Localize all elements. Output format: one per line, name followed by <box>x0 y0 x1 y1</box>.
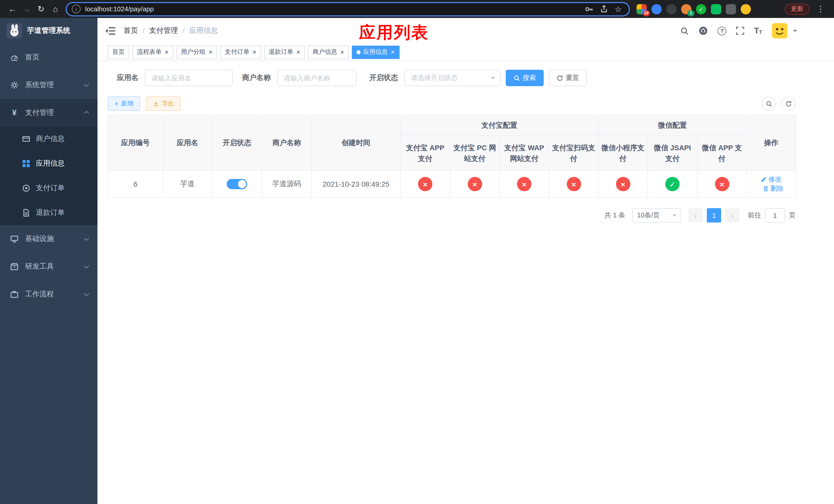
github-icon[interactable] <box>699 26 708 36</box>
sidebar-menu: 首页 系统管理 ¥ 支付管理 商户信息 <box>0 44 97 308</box>
reset-button[interactable]: 重置 <box>549 70 587 86</box>
tab-close-icon[interactable]: × <box>340 49 344 55</box>
tab-close-icon[interactable]: × <box>164 49 169 55</box>
logo-row[interactable]: 芋道管理系统 <box>0 18 97 44</box>
hamburger-icon[interactable] <box>105 26 115 35</box>
delete-link[interactable]: 删除 <box>763 184 784 193</box>
col-header-wechat-jsapi: 微信 JSAPI 支付 <box>648 136 697 170</box>
chevron-down-icon <box>84 263 89 269</box>
profile-avatar-icon[interactable] <box>741 4 751 14</box>
extension-icon[interactable]: ✓ <box>696 4 706 14</box>
key-icon[interactable] <box>585 5 593 13</box>
toggle-search-button[interactable] <box>762 96 776 111</box>
sidebar-item-payment-orders[interactable]: 支付订单 <box>0 176 97 201</box>
browser-menu-icon[interactable]: ⋮ <box>813 2 828 16</box>
status-cross-icon: × <box>616 177 630 191</box>
info-icon[interactable]: i <box>72 5 81 13</box>
col-header-alipay-pc: 支付宝 PC 网站支付 <box>450 136 499 170</box>
forward-icon[interactable]: → <box>20 2 34 16</box>
tab-close-icon[interactable]: × <box>391 49 395 55</box>
plus-icon: + <box>114 100 118 107</box>
merchant-name-input[interactable] <box>277 70 356 86</box>
cell-alipay-pc: × <box>450 170 499 198</box>
tab-app-info[interactable]: 应用信息× <box>352 45 399 59</box>
url-text[interactable]: localhost:1024/pay/app <box>85 5 154 13</box>
yen-icon: ¥ <box>10 109 19 117</box>
browser-toolbar: ← → ↻ ⌂ i localhost:1024/pay/app ☆ 10 1 … <box>0 0 834 18</box>
extension-icon[interactable]: 1 <box>681 4 692 14</box>
refresh-button[interactable] <box>781 96 795 111</box>
tab-process-form[interactable]: 流程表单× <box>132 45 173 59</box>
tab-close-icon[interactable]: × <box>253 49 256 55</box>
page-size-select[interactable]: 10条/页 <box>632 208 681 223</box>
tab-user-group[interactable]: 用户分组× <box>176 45 217 59</box>
bookmark-star-icon[interactable]: ☆ <box>615 5 622 13</box>
search-form: 应用名 商户名称 开启状态 请选择开启状态 搜索 重置 <box>97 70 834 86</box>
breadcrumb-current: 应用信息 <box>189 26 218 36</box>
breadcrumb-home[interactable]: 首页 <box>124 26 138 36</box>
sidebar-item-infrastructure[interactable]: 基础设施 <box>0 225 97 253</box>
sidebar-item-merchant-info[interactable]: 商户信息 <box>0 127 97 151</box>
tab-close-icon[interactable]: × <box>208 49 212 55</box>
home-icon[interactable]: ⌂ <box>48 2 63 16</box>
sidebar-item-refund-orders[interactable]: 退款订单 <box>0 201 97 225</box>
add-button[interactable]: + 新增 <box>108 96 140 111</box>
export-button[interactable]: 导出 <box>146 96 180 111</box>
col-group-alipay: 支付宝配置 <box>400 115 598 136</box>
data-table: 应用编号 应用名 开启状态 商户名称 创建时间 支付宝配置 微信配置 操作 支付… <box>108 115 795 198</box>
next-page-button[interactable]: › <box>725 208 740 223</box>
sidebar-item-dev-tools[interactable]: 研发工具 <box>0 253 97 280</box>
tab-merchant-info[interactable]: 商户信息× <box>308 45 349 59</box>
page-number-button[interactable]: 1 <box>707 208 721 223</box>
fullscreen-icon[interactable] <box>736 27 744 35</box>
app-name-label: 应用名 <box>117 73 138 83</box>
breadcrumb-payment[interactable]: 支付管理 <box>149 26 178 36</box>
help-icon[interactable]: ? <box>718 26 726 35</box>
font-size-icon[interactable]: TT <box>754 27 762 35</box>
user-avatar[interactable] <box>772 23 787 39</box>
extension-icon[interactable] <box>711 4 721 14</box>
extension-icon[interactable] <box>666 4 677 14</box>
edit-link[interactable]: 修改 <box>761 175 782 184</box>
col-header-alipay-app: 支付宝 APP 支付 <box>400 136 450 170</box>
reload-icon[interactable]: ↻ <box>34 2 48 16</box>
col-header-create-time: 创建时间 <box>312 115 400 170</box>
search-icon[interactable] <box>680 26 689 35</box>
extension-icon[interactable] <box>652 4 662 14</box>
status-select[interactable]: 请选择开启状态 <box>404 70 501 86</box>
main-content: 首页 / 支付管理 / 应用信息 应用列表 ? TT <box>97 18 834 504</box>
status-label: 开启状态 <box>369 73 398 83</box>
caret-down-icon[interactable] <box>793 29 797 32</box>
status-cross-icon: × <box>467 177 482 191</box>
search-button[interactable]: 搜索 <box>506 70 544 86</box>
sidebar-item-payment[interactable]: ¥ 支付管理 <box>0 99 97 127</box>
extensions-puzzle-icon[interactable] <box>726 4 736 14</box>
back-icon[interactable]: ← <box>5 2 20 16</box>
tab-payment-orders[interactable]: 支付订单× <box>220 45 261 59</box>
tab-refund-orders[interactable]: 退款订单× <box>264 45 305 59</box>
app-name-input[interactable] <box>145 70 233 86</box>
sidebar-item-home[interactable]: 首页 <box>0 44 97 71</box>
sidebar-item-system[interactable]: 系统管理 <box>0 71 97 99</box>
document-icon <box>22 209 30 217</box>
tags-view: 首页 流程表单× 用户分组× 支付订单× 退款订单× 商户信息× 应用信息× <box>97 44 834 61</box>
sidebar-item-app-info[interactable]: 应用信息 <box>0 151 97 176</box>
col-header-status: 开启状态 <box>212 115 262 170</box>
enable-toggle[interactable] <box>227 179 247 189</box>
address-bar[interactable]: i localhost:1024/pay/app ☆ <box>66 2 630 16</box>
share-icon[interactable] <box>600 5 608 13</box>
cell-app-id: 6 <box>108 170 163 198</box>
tab-home[interactable]: 首页 <box>108 45 129 59</box>
prev-page-button[interactable]: ‹ <box>688 208 703 223</box>
chevron-up-icon <box>84 111 89 116</box>
sidebar-item-workflow[interactable]: 工作流程 <box>0 280 97 308</box>
status-cross-icon: × <box>418 177 432 191</box>
credit-card-icon <box>22 135 30 143</box>
update-button[interactable]: 更新 <box>785 3 809 15</box>
goto-prefix: 前往 <box>748 211 761 220</box>
goto-page-input[interactable] <box>765 208 785 223</box>
extension-icon[interactable]: 10 <box>637 4 647 14</box>
tab-close-icon[interactable]: × <box>297 49 300 55</box>
status-cross-icon: × <box>715 177 729 191</box>
cell-actions: 修改 删除 <box>747 170 796 198</box>
